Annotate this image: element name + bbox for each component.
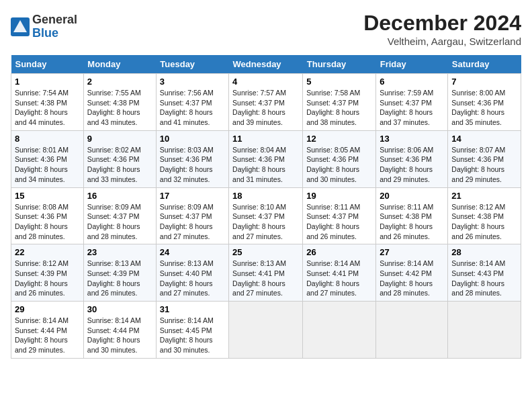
day-content: Sunrise: 8:13 AM Sunset: 4:40 PM Dayligh… [160, 259, 225, 298]
col-tuesday: Tuesday [156, 55, 228, 74]
day-content: Sunrise: 8:14 AM Sunset: 4:42 PM Dayligh… [380, 259, 444, 298]
col-friday: Friday [376, 55, 448, 74]
col-thursday: Thursday [303, 55, 376, 74]
day-number: 2 [87, 77, 152, 87]
day-number: 27 [380, 247, 444, 257]
day-number: 10 [160, 134, 225, 144]
day-number: 8 [15, 134, 80, 144]
day-content: Sunrise: 8:14 AM Sunset: 4:44 PM Dayligh… [87, 316, 152, 355]
day-number: 1 [15, 77, 80, 87]
calendar-cell: 20Sunrise: 8:11 AM Sunset: 4:38 PM Dayli… [376, 187, 448, 244]
day-number: 21 [451, 191, 517, 201]
day-content: Sunrise: 8:10 AM Sunset: 4:37 PM Dayligh… [232, 202, 299, 242]
day-number: 28 [451, 247, 517, 257]
calendar-cell: 29Sunrise: 8:14 AM Sunset: 4:44 PM Dayli… [11, 302, 84, 359]
day-content: Sunrise: 8:12 AM Sunset: 4:38 PM Dayligh… [451, 202, 517, 242]
calendar-cell: 26Sunrise: 8:14 AM Sunset: 4:41 PM Dayli… [303, 244, 376, 302]
day-content: Sunrise: 8:14 AM Sunset: 4:44 PM Dayligh… [15, 316, 80, 355]
day-content: Sunrise: 8:12 AM Sunset: 4:39 PM Dayligh… [15, 259, 80, 298]
calendar-row-0: 1Sunrise: 7:54 AM Sunset: 4:38 PM Daylig… [11, 74, 521, 131]
day-content: Sunrise: 8:02 AM Sunset: 4:36 PM Dayligh… [87, 145, 152, 185]
calendar-cell: 22Sunrise: 8:12 AM Sunset: 4:39 PM Dayli… [11, 244, 84, 302]
calendar-row-3: 22Sunrise: 8:12 AM Sunset: 4:39 PM Dayli… [11, 244, 521, 302]
calendar-cell [376, 302, 448, 359]
day-content: Sunrise: 8:08 AM Sunset: 4:36 PM Dayligh… [15, 202, 80, 242]
calendar-cell: 18Sunrise: 8:10 AM Sunset: 4:37 PM Dayli… [229, 187, 303, 244]
day-number: 13 [380, 134, 444, 144]
day-content: Sunrise: 7:54 AM Sunset: 4:38 PM Dayligh… [15, 88, 80, 128]
day-number: 23 [87, 247, 152, 257]
day-content: Sunrise: 8:09 AM Sunset: 4:37 PM Dayligh… [160, 202, 225, 242]
calendar-row-1: 8Sunrise: 8:01 AM Sunset: 4:36 PM Daylig… [11, 130, 521, 187]
col-monday: Monday [83, 55, 156, 74]
day-content: Sunrise: 8:05 AM Sunset: 4:36 PM Dayligh… [306, 145, 372, 185]
calendar-cell: 23Sunrise: 8:13 AM Sunset: 4:39 PM Dayli… [83, 244, 156, 302]
day-content: Sunrise: 8:06 AM Sunset: 4:36 PM Dayligh… [380, 145, 444, 185]
day-number: 18 [232, 191, 299, 201]
calendar-cell: 25Sunrise: 8:13 AM Sunset: 4:41 PM Dayli… [229, 244, 303, 302]
calendar-cell: 17Sunrise: 8:09 AM Sunset: 4:37 PM Dayli… [156, 187, 228, 244]
day-content: Sunrise: 8:14 AM Sunset: 4:43 PM Dayligh… [451, 259, 517, 298]
logo-icon [11, 17, 30, 36]
calendar-cell: 9Sunrise: 8:02 AM Sunset: 4:36 PM Daylig… [83, 130, 156, 187]
calendar-cell: 30Sunrise: 8:14 AM Sunset: 4:44 PM Dayli… [83, 302, 156, 359]
calendar-subtitle: Veltheim, Aargau, Switzerland [363, 36, 521, 47]
calendar-cell: 24Sunrise: 8:13 AM Sunset: 4:40 PM Dayli… [156, 244, 228, 302]
day-content: Sunrise: 8:03 AM Sunset: 4:36 PM Dayligh… [160, 145, 225, 185]
day-number: 5 [306, 77, 372, 87]
day-content: Sunrise: 8:00 AM Sunset: 4:36 PM Dayligh… [451, 88, 517, 128]
day-number: 11 [232, 134, 299, 144]
day-number: 16 [87, 191, 152, 201]
calendar-cell: 21Sunrise: 8:12 AM Sunset: 4:38 PM Dayli… [448, 187, 521, 244]
day-number: 26 [306, 247, 372, 257]
calendar-cell [448, 302, 521, 359]
calendar-cell: 7Sunrise: 8:00 AM Sunset: 4:36 PM Daylig… [448, 74, 521, 131]
col-saturday: Saturday [448, 55, 521, 74]
day-content: Sunrise: 8:11 AM Sunset: 4:38 PM Dayligh… [380, 202, 444, 242]
calendar-cell: 11Sunrise: 8:04 AM Sunset: 4:36 PM Dayli… [229, 130, 303, 187]
day-content: Sunrise: 8:14 AM Sunset: 4:45 PM Dayligh… [160, 316, 225, 355]
day-number: 7 [451, 77, 517, 87]
calendar-cell: 5Sunrise: 7:58 AM Sunset: 4:37 PM Daylig… [303, 74, 376, 131]
day-number: 19 [306, 191, 372, 201]
day-content: Sunrise: 8:04 AM Sunset: 4:36 PM Dayligh… [232, 145, 299, 185]
header-row: Sunday Monday Tuesday Wednesday Thursday… [11, 55, 521, 74]
day-number: 22 [15, 247, 80, 257]
calendar-cell: 16Sunrise: 8:09 AM Sunset: 4:37 PM Dayli… [83, 187, 156, 244]
logo-general-text: General [32, 13, 77, 27]
day-content: Sunrise: 8:14 AM Sunset: 4:41 PM Dayligh… [306, 259, 372, 298]
day-number: 17 [160, 191, 225, 201]
col-wednesday: Wednesday [229, 55, 303, 74]
calendar-cell: 13Sunrise: 8:06 AM Sunset: 4:36 PM Dayli… [376, 130, 448, 187]
header: General Blue December 2024 Veltheim, Aar… [11, 11, 521, 47]
day-number: 15 [15, 191, 80, 201]
day-number: 4 [232, 77, 299, 87]
day-content: Sunrise: 7:57 AM Sunset: 4:37 PM Dayligh… [232, 88, 299, 128]
calendar-cell: 28Sunrise: 8:14 AM Sunset: 4:43 PM Dayli… [448, 244, 521, 302]
calendar-cell: 4Sunrise: 7:57 AM Sunset: 4:37 PM Daylig… [229, 74, 303, 131]
calendar-title: December 2024 [363, 11, 521, 36]
day-number: 31 [160, 304, 225, 314]
calendar-cell: 6Sunrise: 7:59 AM Sunset: 4:37 PM Daylig… [376, 74, 448, 131]
day-number: 24 [160, 247, 225, 257]
day-content: Sunrise: 7:55 AM Sunset: 4:38 PM Dayligh… [87, 88, 152, 128]
calendar-cell: 12Sunrise: 8:05 AM Sunset: 4:36 PM Dayli… [303, 130, 376, 187]
calendar-cell: 2Sunrise: 7:55 AM Sunset: 4:38 PM Daylig… [83, 74, 156, 131]
day-number: 20 [380, 191, 444, 201]
day-content: Sunrise: 7:56 AM Sunset: 4:37 PM Dayligh… [160, 88, 225, 128]
day-number: 25 [232, 247, 299, 257]
calendar-cell: 27Sunrise: 8:14 AM Sunset: 4:42 PM Dayli… [376, 244, 448, 302]
day-number: 3 [160, 77, 225, 87]
calendar-cell: 19Sunrise: 8:11 AM Sunset: 4:37 PM Dayli… [303, 187, 376, 244]
calendar-row-2: 15Sunrise: 8:08 AM Sunset: 4:36 PM Dayli… [11, 187, 521, 244]
calendar-cell: 8Sunrise: 8:01 AM Sunset: 4:36 PM Daylig… [11, 130, 84, 187]
logo: General Blue [11, 13, 77, 40]
day-content: Sunrise: 8:13 AM Sunset: 4:39 PM Dayligh… [87, 259, 152, 298]
day-content: Sunrise: 8:07 AM Sunset: 4:36 PM Dayligh… [451, 145, 517, 185]
day-number: 29 [15, 304, 80, 314]
day-number: 14 [451, 134, 517, 144]
day-content: Sunrise: 8:13 AM Sunset: 4:41 PM Dayligh… [232, 259, 299, 298]
calendar-cell: 31Sunrise: 8:14 AM Sunset: 4:45 PM Dayli… [156, 302, 228, 359]
day-number: 12 [306, 134, 372, 144]
calendar-cell: 14Sunrise: 8:07 AM Sunset: 4:36 PM Dayli… [448, 130, 521, 187]
